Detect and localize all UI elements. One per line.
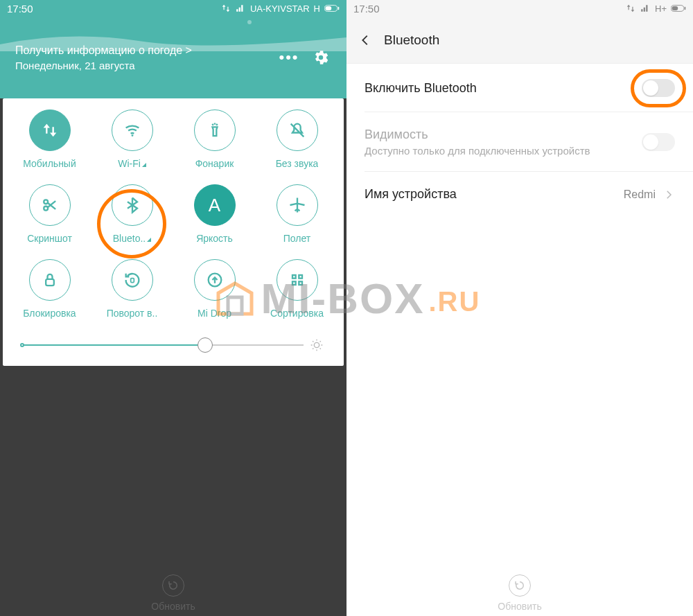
settings-button[interactable] — [310, 47, 331, 68]
svg-rect-11 — [299, 275, 302, 279]
more-button[interactable]: ••• — [279, 47, 299, 68]
visibility-toggle — [642, 133, 675, 151]
qs-label: Полет — [283, 233, 310, 244]
left-bottom-area: Обновить — [0, 402, 346, 616]
svg-rect-17 — [672, 6, 678, 10]
auto-brightness-icon: A — [194, 184, 236, 226]
rotation-lock-icon — [112, 259, 153, 301]
gear-icon — [312, 49, 330, 67]
battery-icon — [671, 4, 686, 12]
weather-date: Понедельник, 21 августа — [15, 60, 279, 71]
expand-icon — [142, 163, 146, 167]
qs-tile-flashlight[interactable]: Фонарик — [173, 109, 256, 169]
svg-rect-2 — [325, 6, 331, 10]
qs-label: Сортировка — [270, 308, 324, 319]
scissors-icon — [29, 184, 71, 226]
svg-rect-7 — [46, 279, 54, 285]
svg-point-4 — [131, 134, 133, 137]
status-indicators: UA-KYIVSTAR H — [221, 3, 340, 14]
brightness-slider[interactable] — [22, 337, 324, 353]
quick-settings-panel: Мобильный Wi-Fi Фонарик Без звука — [3, 98, 344, 366]
qs-tile-mute[interactable]: Без звука — [256, 109, 338, 169]
page-title: Bluetooth — [384, 33, 439, 48]
slider-track — [22, 344, 304, 346]
qs-label: Wi-Fi — [118, 158, 146, 169]
right-bottom-area: Обновить — [346, 574, 693, 616]
qs-label: Mi Drop — [198, 308, 231, 319]
airplane-icon — [277, 184, 318, 226]
clock: 17:50 — [7, 3, 33, 15]
qs-label: Фонарик — [195, 158, 234, 169]
qs-tile-airplane[interactable]: Полет — [256, 184, 338, 244]
svg-rect-10 — [292, 275, 296, 279]
wifi-icon — [112, 109, 153, 151]
carrier-label: UA-KYIVSTAR — [250, 3, 310, 14]
refresh-icon — [167, 579, 179, 592]
qs-label: Блокировка — [23, 308, 76, 319]
qs-label: Blueto.. — [113, 233, 151, 244]
refresh-label: Обновить — [498, 601, 541, 612]
qs-tile-midrop[interactable]: Mi Drop — [173, 259, 256, 319]
svg-rect-16 — [685, 7, 685, 10]
refresh-button[interactable]: Обновить — [498, 574, 541, 612]
lock-icon — [29, 259, 71, 301]
share-up-icon — [194, 259, 236, 301]
phone-right-bluetooth-settings: 17:50 H+ Bluetooth Включить Bluetooth Ви… — [346, 0, 693, 616]
row-subtitle: Доступно только для подключенных устройс… — [365, 145, 593, 157]
chevron-left-icon — [358, 33, 373, 48]
svg-point-3 — [247, 20, 252, 24]
expand-icon — [147, 238, 151, 242]
row-enable-bluetooth[interactable]: Включить Bluetooth — [346, 64, 693, 112]
status-bar: 17:50 H+ — [346, 0, 693, 17]
mobile-data-icon — [29, 109, 71, 151]
qs-tile-mobile-data[interactable]: Мобильный — [8, 109, 91, 169]
phone-left-quick-settings: 17:50 UA-KYIVSTAR H Получить информацию … — [0, 0, 346, 616]
status-bar: 17:50 UA-KYIVSTAR H — [0, 0, 346, 17]
weather-block[interactable]: Получить информацию о погоде > Понедельн… — [15, 44, 279, 71]
svg-rect-12 — [292, 281, 296, 285]
device-name-value: Redmi — [624, 188, 656, 201]
back-button[interactable] — [356, 31, 374, 49]
qs-label: Поворот в.. — [107, 308, 158, 319]
svg-rect-1 — [338, 7, 339, 10]
flashlight-icon — [194, 109, 236, 151]
qs-label: Скриншот — [27, 233, 72, 244]
row-title: Имя устройства — [365, 187, 624, 202]
row-title: Видимость — [365, 127, 642, 142]
svg-rect-8 — [130, 279, 134, 283]
qs-tile-lock[interactable]: Блокировка — [8, 259, 91, 319]
slider-thumb[interactable] — [198, 337, 213, 353]
qs-tile-rotation[interactable]: Поворот в.. — [91, 259, 173, 319]
qs-label: Без звука — [276, 158, 319, 169]
clock: 17:50 — [353, 3, 380, 15]
bell-off-icon — [277, 109, 318, 151]
row-title: Включить Bluetooth — [365, 81, 642, 96]
refresh-label: Обновить — [151, 601, 195, 612]
svg-point-14 — [314, 342, 319, 347]
weather-title: Получить информацию о погоде > — [15, 44, 279, 57]
refresh-icon — [514, 579, 526, 592]
bluetooth-icon — [112, 184, 153, 226]
qs-tile-wifi[interactable]: Wi-Fi — [91, 109, 173, 169]
battery-icon — [324, 4, 340, 12]
qs-tile-edit[interactable]: Сортировка — [256, 259, 338, 319]
row-device-name[interactable]: Имя устройства Redmi — [346, 172, 693, 217]
qs-label: Яркость — [196, 233, 233, 244]
notification-header: Получить информацию о погоде > Понедельн… — [0, 17, 346, 98]
qs-tile-brightness[interactable]: A Яркость — [173, 184, 256, 244]
quick-settings-grid: Мобильный Wi-Fi Фонарик Без звука — [3, 98, 344, 324]
grid-icon — [277, 259, 318, 301]
chevron-right-icon — [663, 188, 675, 201]
bluetooth-toggle[interactable] — [642, 79, 675, 97]
signal-icon — [640, 3, 651, 13]
network-type: H+ — [655, 3, 667, 14]
qs-label: Мобильный — [23, 158, 76, 169]
settings-header: Bluetooth — [346, 17, 693, 64]
data-arrows-icon — [626, 3, 635, 13]
network-type: H — [314, 3, 320, 14]
status-indicators: H+ — [626, 3, 686, 14]
refresh-button[interactable]: Обновить — [151, 574, 195, 612]
qs-tile-bluetooth[interactable]: Blueto.. — [91, 184, 173, 244]
qs-tile-screenshot[interactable]: Скриншот — [8, 184, 91, 244]
svg-rect-13 — [299, 281, 302, 285]
